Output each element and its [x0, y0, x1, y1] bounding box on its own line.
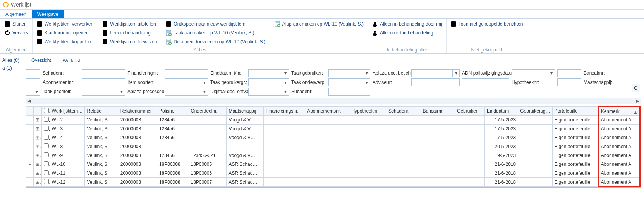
- ververs-button[interactable]: Ververs: [4, 29, 28, 37]
- column-header-sch[interactable]: Schadenr.: [386, 107, 421, 116]
- expand-icon[interactable]: ⊞: [33, 178, 41, 187]
- alleen-in-behandeling-button[interactable]: Alleen in behandeling door mij: [372, 20, 442, 28]
- filter-prefix-row3[interactable]: [462, 78, 509, 86]
- ribbon-tab-weergave[interactable]: Weergave: [32, 10, 64, 18]
- filter-input-subagent[interactable]: [328, 88, 370, 96]
- view-tab-overzicht[interactable]: Overzicht: [26, 55, 57, 65]
- row-checkbox[interactable]: [44, 161, 49, 166]
- column-header-fin[interactable]: Financieringsnr.: [263, 107, 305, 116]
- row-checkbox[interactable]: [44, 126, 49, 131]
- row-checkbox[interactable]: [44, 170, 49, 175]
- taak-aanmaken-button[interactable]: Taak aanmaken op WL-10 (Veulink, S.): [165, 29, 265, 37]
- row-checkbox[interactable]: [44, 152, 49, 157]
- expand-icon[interactable]: ⊞: [33, 160, 41, 169]
- chevron-down-icon[interactable]: ▾: [363, 79, 370, 86]
- chevron-down-icon[interactable]: ▾: [452, 70, 459, 77]
- chevron-down-icon[interactable]: ▾: [201, 79, 208, 86]
- wlitem-uitstellen-button[interactable]: Werklijstitem uitstellen: [102, 20, 157, 28]
- doc-icon: [102, 21, 108, 27]
- filter-input-hypotheeknr[interactable]: [557, 78, 581, 86]
- sidenav-item-alles[interactable]: Alles (8): [2, 58, 20, 63]
- column-header-ban[interactable]: Bancairnr.: [421, 107, 455, 116]
- row-checkbox-cell[interactable]: [41, 125, 50, 133]
- ontkoppel-nieuw-button[interactable]: Ontkoppel naar nieuw werklijstitem: [165, 20, 265, 28]
- expand-icon[interactable]: ⊞: [33, 142, 41, 151]
- checkbox-header[interactable]: [41, 107, 50, 116]
- expand-icon[interactable]: ⊞: [33, 151, 41, 160]
- scroll-right-icon[interactable]: ▶: [634, 98, 641, 104]
- afspraak-maken-label: Afspraak maken op WL-10 (Veulink, S.): [282, 21, 364, 27]
- column-header-reln[interactable]: Relatienummer: [118, 107, 157, 116]
- table-row[interactable]: ⊞WL-8Veulink, S.2000000320-5-2023Eigen p…: [26, 142, 640, 151]
- alleen-niet-in-behandeling-button[interactable]: Alleen niet in behandeling: [372, 29, 442, 37]
- klant-product-openen-button[interactable]: Klant/product openen: [36, 29, 93, 37]
- wlitem-verwerken-button[interactable]: Werklijstitem verwerken: [36, 20, 93, 28]
- column-header-ond[interactable]: Onderdeelnr.: [189, 107, 227, 116]
- chevron-down-icon[interactable]: ▾: [33, 88, 40, 95]
- table-row[interactable]: ⊞WL-9Veulink, S.20000003123456123456-021…: [26, 151, 640, 160]
- toon-niet-gekoppeld-button[interactable]: Toon niet gekoppelde berichten: [450, 20, 523, 28]
- filter-input-bancairnr[interactable]: [26, 78, 40, 86]
- row-checkbox-cell[interactable]: [41, 142, 50, 151]
- column-header-port[interactable]: Portefeuille: [552, 107, 598, 116]
- document-toevoegen-button[interactable]: Document toevoegen op WL-10 (Veulink, S.…: [165, 38, 265, 46]
- table-row[interactable]: ▸⊞WL-10Veulink, S.2000000318P0000818P000…: [26, 160, 640, 169]
- filter-label-taak-gebruiker: Taak gebruiker:: [291, 70, 326, 76]
- column-header-maat[interactable]: Maatschappij: [227, 107, 264, 116]
- sluiten-button[interactable]: Sluiten: [4, 20, 28, 28]
- filter-input-schadenr[interactable]: [82, 69, 125, 77]
- chevron-down-icon[interactable]: ▾: [282, 88, 289, 95]
- column-header-wl[interactable]: Werklijstitemnr.: [50, 107, 85, 116]
- wlitem-koppelen-button[interactable]: Werklijstitem koppelen: [36, 38, 93, 46]
- table-row[interactable]: ⊞WL-11Veulink, S.2000000318P0000818P0000…: [26, 169, 640, 178]
- filter-input-financieringnr[interactable]: [165, 69, 208, 77]
- column-header-geb[interactable]: Gebruiker: [455, 107, 485, 116]
- table-row[interactable]: ⊞WL-2Veulink, S.20000003123456Voogd & V……: [26, 116, 640, 125]
- select-all-checkbox[interactable]: [44, 108, 49, 113]
- filter-prefix-row2[interactable]: [557, 69, 581, 77]
- chevron-down-icon[interactable]: ▾: [363, 70, 370, 77]
- row-checkbox[interactable]: [44, 117, 49, 122]
- chevron-down-icon[interactable]: ▾: [548, 70, 555, 77]
- table-row[interactable]: ⊞WL-3Veulink, S.20000003123456Voogd & V……: [26, 125, 640, 133]
- view-tab-werklijst[interactable]: Werklijst: [57, 56, 86, 65]
- row-checkbox-cell[interactable]: [41, 160, 50, 169]
- filter-input-adviseur[interactable]: [411, 78, 460, 86]
- column-header-hyp[interactable]: Hypotheeknr.: [349, 107, 386, 116]
- row-checkbox-cell[interactable]: [41, 169, 50, 178]
- sidenav-item-a[interactable]: a (1): [2, 65, 20, 71]
- column-header-abo[interactable]: Abonnementsnr.: [305, 107, 349, 116]
- afspraak-maken-button[interactable]: Afspraak maken op WL-10 (Veulink, S.): [274, 20, 364, 28]
- row-checkbox[interactable]: [44, 143, 49, 148]
- filter-input-abonnementnr[interactable]: [82, 78, 125, 86]
- row-checkbox-cell[interactable]: [41, 151, 50, 160]
- filter-extra-button[interactable]: G: [632, 84, 640, 92]
- item-in-behandeling-button[interactable]: Item in behandeling: [102, 29, 157, 37]
- doc-plus-icon: [165, 39, 172, 45]
- grid-hscroll-top[interactable]: ◀ ▶: [26, 98, 641, 104]
- chevron-down-icon[interactable]: ▾: [282, 70, 289, 77]
- column-header-ken[interactable]: Kenmerk▲: [598, 107, 640, 116]
- row-checkbox-cell[interactable]: [41, 178, 50, 187]
- filter-prefix-row1[interactable]: [26, 69, 40, 77]
- column-header-eind[interactable]: Einddatum: [484, 107, 518, 116]
- column-header-pol[interactable]: Polisnr.: [157, 107, 189, 116]
- table-row[interactable]: ⊞WL-4Veulink, S.20000003123456Voogd & V……: [26, 133, 640, 142]
- expand-icon[interactable]: ⊞: [33, 133, 41, 142]
- scroll-left-icon[interactable]: ◀: [26, 98, 32, 104]
- table-row[interactable]: ⊞WL-12Veulink, S.2000000318P0000818P0000…: [26, 178, 640, 187]
- row-checkbox-cell[interactable]: [41, 116, 50, 125]
- chevron-down-icon[interactable]: ▾: [201, 88, 208, 95]
- row-checkbox-cell[interactable]: [41, 133, 50, 142]
- expand-icon[interactable]: ⊞: [33, 169, 41, 178]
- expand-icon[interactable]: ⊞: [33, 116, 41, 125]
- column-header-gebg[interactable]: Gebruikersg…: [518, 107, 553, 116]
- expand-icon[interactable]: ⊞: [33, 125, 41, 133]
- ribbon-tab-algemeen[interactable]: Algemeen: [0, 10, 32, 18]
- chevron-down-icon[interactable]: ▾: [118, 88, 125, 95]
- wlitem-toewijzen-button[interactable]: Werklijstitem toewijzen: [102, 38, 157, 46]
- row-checkbox[interactable]: [44, 179, 49, 184]
- chevron-down-icon[interactable]: ▾: [282, 79, 289, 86]
- column-header-rel[interactable]: Relatie: [85, 107, 118, 116]
- row-checkbox[interactable]: [44, 135, 49, 140]
